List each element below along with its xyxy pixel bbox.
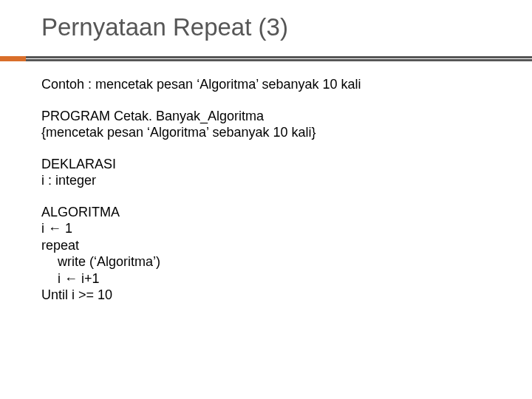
algorithm-label: ALGORITMA [41,204,502,221]
divider-accent [0,56,26,61]
title-divider [0,56,532,61]
program-header: PROGRAM Cetak. Banyak_Algoritma [41,108,502,125]
slide-title: Pernyataan Repeat (3) [0,13,532,41]
declaration-block: DEKLARASI i : integer [41,156,502,189]
program-block: PROGRAM Cetak. Banyak_Algoritma {menceta… [41,108,502,141]
algorithm-repeat: repeat [41,237,502,254]
declaration-line: i : integer [41,172,502,189]
algorithm-assign: i ← 1 [41,220,502,237]
slide: Pernyataan Repeat (3) Contoh : mencetak … [0,0,532,399]
program-comment: {mencetak pesan ‘Algoritma’ sebanyak 10 … [41,124,502,141]
divider-line [26,56,532,61]
algorithm-increment: i ← i+1 [41,270,502,287]
algorithm-block: ALGORITMA i ← 1 repeat write (‘Algoritma… [41,204,502,304]
slide-content: Contoh : mencetak pesan ‘Algoritma’ seba… [0,76,532,304]
declaration-label: DEKLARASI [41,156,502,173]
algorithm-until: Until i >= 10 [41,287,502,304]
example-text: Contoh : mencetak pesan ‘Algoritma’ seba… [41,76,502,93]
algorithm-write: write (‘Algoritma’) [41,253,502,270]
